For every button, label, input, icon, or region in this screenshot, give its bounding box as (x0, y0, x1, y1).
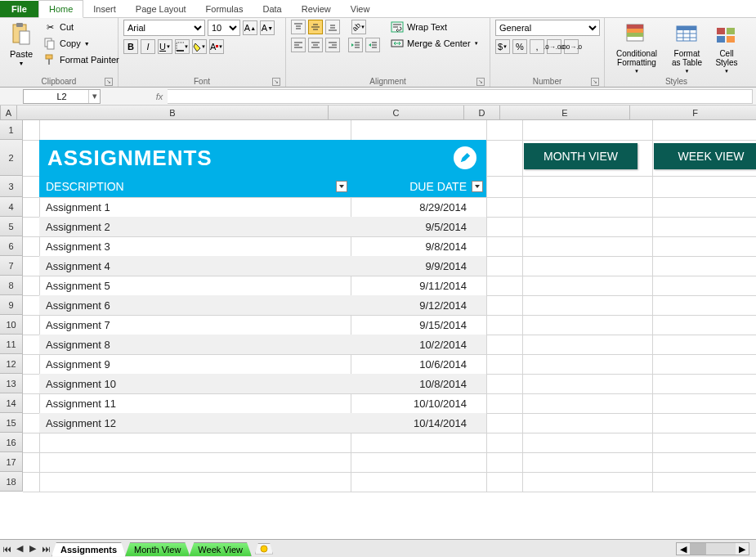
row-header-17[interactable]: 17 (0, 452, 23, 472)
font-size-select[interactable]: 10 (208, 20, 240, 36)
sheet-tab-assignments[interactable]: Assignments (51, 542, 126, 557)
tab-nav-first[interactable]: ⏮ (0, 542, 13, 555)
formula-input[interactable] (168, 89, 753, 104)
row-header-13[interactable]: 13 (0, 374, 23, 393)
paste-button[interactable]: Paste ▼ (5, 20, 38, 68)
table-row[interactable]: Assignment 18/29/2014 (39, 197, 486, 217)
row-header-8[interactable]: 8 (0, 276, 23, 295)
scroll-thumb[interactable] (690, 543, 706, 555)
row-header-6[interactable]: 6 (0, 236, 23, 256)
comma-format-button[interactable]: , (530, 39, 544, 54)
tab-page-layout[interactable]: Page Layout (126, 1, 196, 17)
worksheet-grid[interactable]: ABCDEF 123456789101112131415161718 ASSIG… (0, 106, 756, 539)
row-header-15[interactable]: 15 (0, 413, 23, 433)
table-row[interactable]: Assignment 49/9/2014 (39, 256, 486, 276)
name-box[interactable]: L2 ▾ (23, 89, 101, 104)
tab-home[interactable]: Home (38, 0, 83, 18)
font-name-select[interactable]: Arial (123, 20, 205, 36)
decrease-indent-button[interactable] (348, 38, 363, 52)
number-format-select[interactable]: General (495, 20, 600, 36)
table-row[interactable]: Assignment 79/15/2014 (39, 315, 486, 335)
border-button[interactable]: ▼ (175, 39, 190, 54)
accounting-format-button[interactable]: $▼ (495, 39, 510, 54)
decrease-font-button[interactable]: A▼ (260, 20, 275, 35)
row-header-14[interactable]: 14 (0, 393, 23, 413)
fx-icon[interactable]: fx (151, 92, 168, 101)
number-launcher[interactable]: ↘ (591, 78, 599, 86)
table-row[interactable]: Assignment 1010/8/2014 (39, 374, 486, 393)
row-header-11[interactable]: 11 (0, 335, 23, 354)
format-as-table-button[interactable]: Format as Table▼ (667, 20, 707, 75)
month-view-button[interactable]: MONTH VIEW (524, 143, 637, 169)
edit-icon[interactable] (454, 146, 476, 169)
tab-file[interactable]: File (0, 1, 38, 17)
align-left-button[interactable] (291, 38, 306, 52)
tab-insert[interactable]: Insert (83, 1, 126, 17)
new-sheet-button[interactable] (255, 543, 273, 555)
percent-format-button[interactable]: % (512, 39, 527, 54)
sheet-tab-week-view[interactable]: Week View (189, 542, 252, 556)
increase-indent-button[interactable] (365, 38, 380, 52)
row-header-16[interactable]: 16 (0, 433, 23, 452)
scroll-right-button[interactable]: ▶ (736, 543, 749, 555)
table-row[interactable]: Assignment 910/6/2014 (39, 354, 486, 374)
tab-nav-last[interactable]: ⏭ (39, 542, 52, 555)
horizontal-scrollbar[interactable]: ◀ ▶ (676, 542, 749, 555)
table-row[interactable]: Assignment 39/8/2014 (39, 236, 486, 256)
table-row[interactable]: Assignment 1210/14/2014 (39, 413, 486, 433)
clipboard-launcher[interactable]: ↘ (105, 78, 113, 86)
table-row[interactable]: Assignment 29/5/2014 (39, 217, 486, 236)
tab-formulas[interactable]: Formulas (196, 1, 253, 17)
align-middle-button[interactable] (308, 20, 323, 34)
filter-description-button[interactable] (336, 181, 347, 192)
align-center-button[interactable] (308, 38, 323, 52)
week-view-button[interactable]: WEEK VIEW (654, 143, 756, 169)
fill-color-button[interactable]: ▼ (192, 39, 207, 54)
alignment-launcher[interactable]: ↘ (476, 78, 485, 86)
cut-button[interactable]: ✂ Cut (41, 20, 122, 34)
row-header-7[interactable]: 7 (0, 256, 23, 276)
copy-button[interactable]: Copy ▼ (41, 36, 122, 51)
table-row[interactable]: Assignment 810/2/2014 (39, 335, 486, 354)
decrease-decimal-button[interactable]: .00→.0 (564, 39, 579, 54)
name-box-dropdown[interactable]: ▾ (88, 90, 100, 103)
column-header-D[interactable]: D (464, 106, 500, 119)
row-header-10[interactable]: 10 (0, 315, 23, 335)
merge-center-button[interactable]: Merge & Center ▼ (388, 36, 481, 51)
wrap-text-button[interactable]: Wrap Text (388, 20, 481, 34)
conditional-formatting-button[interactable]: Conditional Formatting▼ (610, 20, 664, 75)
increase-decimal-button[interactable]: .0→.00 (547, 39, 561, 54)
cell-styles-button[interactable]: Cell Styles▼ (710, 20, 743, 75)
column-header-A[interactable]: A (1, 106, 17, 119)
align-bottom-button[interactable] (325, 20, 340, 34)
orientation-button[interactable]: ab▼ (351, 20, 366, 34)
row-header-4[interactable]: 4 (0, 197, 23, 217)
italic-button[interactable]: I (141, 39, 155, 54)
tab-nav-next[interactable]: ▶ (26, 542, 39, 555)
row-header-9[interactable]: 9 (0, 295, 23, 315)
table-row[interactable]: Assignment 69/12/2014 (39, 295, 486, 315)
font-launcher[interactable]: ↘ (272, 78, 280, 86)
font-color-button[interactable]: A▼ (209, 39, 224, 54)
underline-button[interactable]: U▼ (158, 39, 172, 54)
row-header-5[interactable]: 5 (0, 217, 23, 236)
table-row[interactable]: Assignment 59/11/2014 (39, 276, 486, 295)
column-header-B[interactable]: B (17, 106, 329, 119)
align-top-button[interactable] (291, 20, 306, 34)
row-header-18[interactable]: 18 (0, 472, 23, 492)
row-header-2[interactable]: 2 (0, 140, 23, 176)
increase-font-button[interactable]: A▲ (243, 20, 257, 35)
align-right-button[interactable] (325, 38, 340, 52)
filter-due-date-button[interactable] (472, 181, 483, 192)
scroll-left-button[interactable]: ◀ (677, 543, 690, 555)
tab-nav-prev[interactable]: ◀ (13, 542, 26, 555)
tab-review[interactable]: Review (292, 1, 341, 17)
tab-data[interactable]: Data (253, 1, 291, 17)
row-header-12[interactable]: 12 (0, 354, 23, 374)
format-painter-button[interactable]: Format Painter (41, 52, 122, 67)
sheet-tab-month-view[interactable]: Month View (125, 542, 190, 556)
tab-view[interactable]: View (341, 1, 380, 17)
row-header-1[interactable]: 1 (0, 120, 23, 140)
column-header-C[interactable]: C (329, 106, 464, 119)
column-header-F[interactable]: F (630, 106, 756, 119)
